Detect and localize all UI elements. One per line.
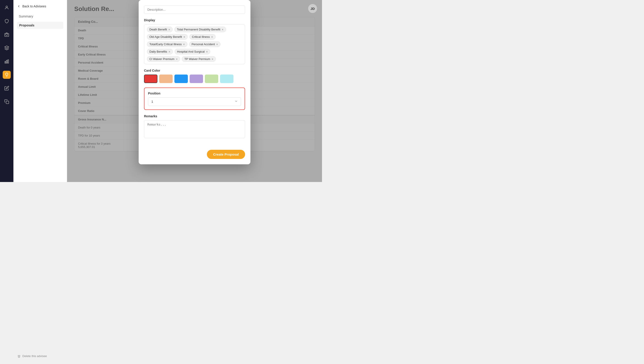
svg-rect-2 [5, 33, 9, 37]
tag-tpd-benefit[interactable]: Total Permanent Disability Benefit × [174, 27, 226, 32]
tag-remove-old-age[interactable]: × [183, 35, 185, 39]
left-panel: Back to Advisees Summary Proposals Delet… [14, 0, 67, 182]
sidebar-camera-icon[interactable] [3, 31, 11, 39]
remarks-section: Remarks [144, 114, 245, 139]
tag-hospital-surgical[interactable]: Hospital And Surgical × [175, 49, 210, 54]
create-proposal-button[interactable]: Create Proposal [207, 150, 245, 159]
tag-tp-waiver[interactable]: TP Waiver Permium × [182, 56, 216, 62]
position-section: Position 1 2 3 4 5 [144, 88, 245, 110]
color-swatch-lavender[interactable] [190, 75, 203, 83]
color-swatch-red[interactable] [144, 75, 158, 83]
avatar[interactable]: JD [308, 4, 318, 14]
color-swatch-blue[interactable] [174, 75, 188, 83]
svg-rect-7 [6, 101, 9, 104]
tag-remove-hospital-surgical[interactable]: × [206, 50, 208, 53]
back-label: Back to Advisees [22, 5, 46, 8]
sidebar-lightbulb-icon[interactable] [3, 71, 11, 79]
tag-remove-daily-benefits[interactable]: × [168, 50, 170, 53]
color-options [144, 75, 245, 83]
modal-body: Display Death Benefit × Total Permanent … [139, 0, 250, 150]
sidebar [0, 0, 14, 182]
sidebar-user-icon[interactable] [3, 4, 11, 12]
sidebar-chart-icon[interactable] [3, 57, 11, 65]
svg-rect-4 [5, 61, 6, 63]
tag-remove-critical-illness[interactable]: × [211, 35, 213, 39]
svg-marker-3 [5, 46, 9, 48]
sidebar-copy-icon[interactable] [3, 98, 11, 106]
tag-personal-accident[interactable]: Personal Accident × [189, 41, 220, 47]
tag-total-early-ci[interactable]: Total/Early Critical Illness × [147, 41, 188, 47]
tag-ci-waiver[interactable]: CI Waiver Premium × [147, 56, 180, 62]
position-label: Position [148, 92, 241, 95]
svg-point-1 [6, 33, 8, 35]
tag-remove-personal-accident[interactable]: × [216, 43, 218, 46]
sidebar-shield-icon[interactable] [3, 17, 11, 25]
color-swatch-light-blue[interactable] [220, 75, 234, 83]
summary-nav-title: Summary [17, 14, 63, 19]
position-select[interactable]: 1 2 3 4 5 [148, 97, 241, 106]
card-color-label: Card Color [144, 69, 245, 72]
color-swatch-peach[interactable] [159, 75, 173, 83]
create-proposal-modal: Display Death Benefit × Total Permanent … [139, 0, 250, 164]
description-input[interactable] [144, 5, 245, 14]
tag-remove-tpd-benefit[interactable]: × [222, 28, 224, 31]
position-select-wrapper: 1 2 3 4 5 [148, 97, 241, 106]
proposals-nav-item[interactable]: Proposals [17, 22, 63, 29]
back-to-advisees-link[interactable]: Back to Advisees [17, 5, 63, 8]
tag-remove-total-early-ci[interactable]: × [183, 43, 185, 46]
main-content: Solution Re... Existing Co... Death TPD … [67, 0, 322, 182]
tag-remove-death-benefit[interactable]: × [168, 28, 170, 31]
svg-point-0 [6, 6, 8, 8]
tags-container: Death Benefit × Total Permanent Disabili… [144, 24, 245, 64]
tag-remove-tp-waiver[interactable]: × [212, 58, 213, 61]
display-section: Display Death Benefit × Total Permanent … [144, 18, 245, 64]
sidebar-layers-icon[interactable] [3, 44, 11, 52]
tag-daily-benefits[interactable]: Daily Benefits × [147, 49, 173, 54]
modal-overlay: Display Death Benefit × Total Permanent … [67, 0, 322, 182]
svg-rect-5 [6, 60, 7, 63]
display-label: Display [144, 18, 245, 22]
sidebar-edit-icon[interactable] [3, 84, 11, 92]
tag-remove-ci-waiver[interactable]: × [176, 58, 178, 61]
tag-death-benefit[interactable]: Death Benefit × [147, 27, 173, 32]
remarks-label: Remarks [144, 114, 245, 118]
color-swatch-light-green[interactable] [205, 75, 218, 83]
modal-footer: Create Proposal [139, 150, 250, 164]
remarks-textarea[interactable] [144, 120, 245, 138]
tag-critical-illness[interactable]: Critical Illness × [190, 34, 215, 40]
svg-rect-6 [8, 60, 9, 63]
card-color-section: Card Color [144, 69, 245, 83]
tag-old-age[interactable]: Old Age Disability Benefit × [147, 34, 188, 40]
